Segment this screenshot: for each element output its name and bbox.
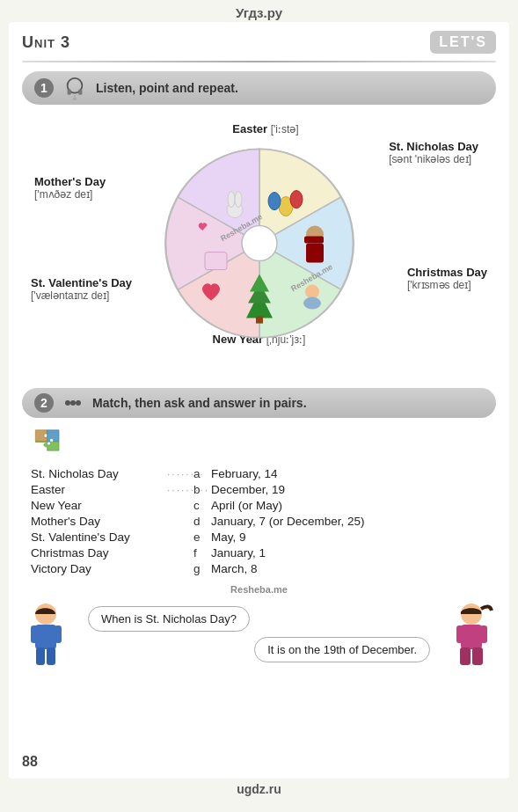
match-holiday-6: Christmas Day — [31, 546, 167, 560]
label-mothers: Mother's Day ['mʌðəz deɪ] — [34, 175, 106, 201]
table-row: Christmas Day f January, 1 — [31, 546, 496, 560]
svg-point-7 — [242, 226, 277, 261]
match-date-6: January, 1 — [211, 546, 266, 560]
match-date-5: May, 9 — [211, 530, 246, 544]
dialogue-question: When is St. Nicholas Day? — [101, 612, 237, 625]
page-number: 88 — [22, 754, 38, 770]
svg-rect-36 — [461, 625, 482, 649]
match-holiday-5: St. Valentine's Day — [31, 530, 167, 544]
svg-rect-34 — [47, 647, 55, 665]
label-valentines: St. Valentine's Day ['væləntaɪnz deɪ] — [31, 276, 132, 302]
match-letter-6: f — [193, 546, 211, 560]
match-holiday-7: Victory Day — [31, 562, 167, 575]
svg-rect-33 — [36, 647, 45, 665]
svg-point-25 — [303, 297, 321, 310]
match-dots-1: ········ — [167, 468, 193, 480]
dialogue-answer-bubble: It is on the 19th of December. — [254, 637, 430, 662]
table-row: St. Nicholas Day ········ a February, 14 — [31, 467, 496, 480]
match-date-3: April (or May) — [211, 499, 282, 512]
table-row: St. Valentine's Day e May, 9 — [31, 530, 496, 544]
exercise1-instruction: Listen, point and repeat. — [96, 81, 238, 95]
svg-rect-19 — [256, 317, 263, 324]
exercise2-instruction: Match, then ask and answer in pairs. — [92, 396, 307, 410]
match-letter-5: e — [193, 530, 211, 544]
svg-rect-38 — [480, 625, 487, 643]
table-row: Mother's Day d January, 7 (or December, … — [31, 515, 496, 528]
bottom-watermark: ugdz.ru — [0, 779, 518, 801]
svg-point-24 — [305, 285, 319, 299]
svg-rect-14 — [306, 244, 324, 263]
label-easter: Easter ['iːstə] — [232, 122, 298, 135]
match-holiday-1: St. Nicholas Day — [31, 467, 167, 480]
svg-point-12 — [268, 193, 281, 210]
dialogue-question-bubble: When is St. Nicholas Day? — [88, 606, 250, 632]
page: Unit 3 LET'S 1 Listen, point and repeat.… — [9, 22, 509, 779]
svg-rect-32 — [55, 625, 62, 643]
unit-header: Unit 3 LET'S — [22, 31, 496, 54]
top-watermark: Угдз.ру — [0, 0, 518, 22]
svg-point-11 — [290, 191, 303, 208]
match-letter-7: g — [193, 562, 211, 575]
puzzle-icon — [33, 425, 68, 456]
match-letter-4: d — [193, 515, 211, 528]
table-row: Victory Day g March, 8 — [31, 562, 496, 575]
match-dots-2: ········· — [167, 484, 193, 496]
exercise1-number: 1 — [34, 78, 54, 98]
match-date-2: December, 19 — [211, 483, 285, 496]
svg-point-26 — [65, 400, 70, 406]
table-row: New Year c April (or May) — [31, 499, 496, 512]
boy-figure — [22, 602, 70, 672]
svg-rect-15 — [304, 237, 324, 244]
svg-rect-31 — [31, 625, 38, 643]
label-christmas: Christmas Day ['krɪsməs deɪ] — [407, 266, 487, 291]
svg-rect-2 — [78, 89, 82, 94]
speech-bubbles: When is St. Nicholas Day? It is on the 1… — [79, 602, 439, 662]
match-holiday-2: Easter — [31, 483, 167, 496]
exercise1-bar: 1 Listen, point and repeat. — [22, 71, 496, 105]
svg-point-28 — [76, 400, 81, 406]
match-section: St. Nicholas Day ········ a February, 14… — [31, 467, 496, 575]
headphone-icon — [62, 76, 87, 100]
svg-point-3 — [73, 98, 77, 101]
table-row: Easter ········· b December, 19 — [31, 483, 496, 496]
svg-rect-30 — [35, 625, 56, 649]
svg-point-21 — [228, 192, 235, 208]
holiday-wheel-area: Easter ['iːstə] St. Nicholas Day [sənt '… — [22, 115, 496, 379]
match-letter-2: b — [193, 483, 211, 496]
exercise2-number: 2 — [34, 393, 54, 413]
svg-rect-37 — [456, 625, 463, 643]
unit-title: Unit 3 — [22, 33, 70, 52]
svg-point-22 — [235, 192, 242, 208]
match-holiday-4: Mother's Day — [31, 515, 167, 528]
resheba-watermark: Resheba.me — [22, 584, 496, 595]
match-letter-1: a — [193, 467, 211, 480]
dialogue-answer: It is on the 19th of December. — [267, 643, 417, 656]
label-st-nicholas: St. Nicholas Day [sənt 'nikələs deɪ] — [389, 140, 478, 165]
dialogue-section: When is St. Nicholas Day? It is on the 1… — [22, 602, 496, 672]
match-date-7: March, 8 — [211, 562, 258, 575]
match-date-1: February, 14 — [211, 467, 278, 480]
match-holiday-3: New Year — [31, 499, 167, 512]
svg-rect-23 — [205, 252, 227, 270]
section-divider — [22, 61, 496, 62]
svg-point-27 — [70, 400, 76, 406]
dots-icon — [62, 392, 84, 413]
match-date-4: January, 7 (or December, 25) — [211, 515, 365, 528]
match-letter-3: c — [193, 499, 211, 512]
svg-rect-39 — [460, 647, 471, 665]
girl-figure — [448, 602, 496, 672]
holiday-wheel: Resheba.me Resheba.me — [163, 147, 356, 340]
svg-rect-1 — [68, 89, 71, 94]
lets-badge: LET'S — [430, 31, 496, 54]
svg-rect-40 — [472, 647, 483, 665]
exercise2-bar: 2 Match, then ask and answer in pairs. — [22, 388, 496, 418]
